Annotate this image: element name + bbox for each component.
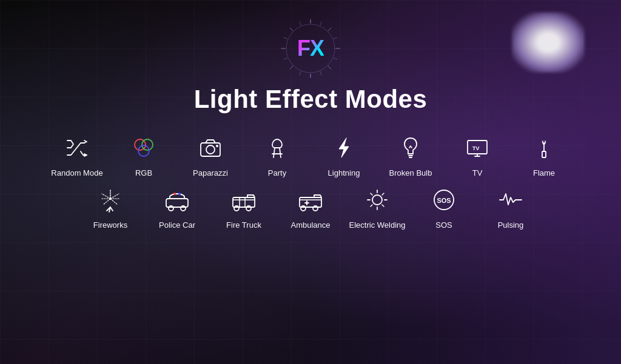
- fireworks-icon: [95, 184, 126, 216]
- svg-line-15: [300, 71, 301, 75]
- svg-line-11: [284, 38, 287, 39]
- svg-line-26: [102, 194, 110, 199]
- random-mode-icon: [61, 132, 93, 164]
- lightning-icon: [328, 132, 360, 164]
- svg-line-10: [320, 22, 321, 25]
- pulsing-icon: [495, 184, 526, 216]
- svg-line-27: [110, 194, 119, 199]
- icon-broken-bulb[interactable]: Broken Bulb: [377, 132, 444, 178]
- lightning-label: Lightning: [328, 168, 360, 178]
- icon-rgb[interactable]: RGB: [110, 132, 177, 178]
- icon-flame[interactable]: Flame: [511, 132, 577, 178]
- svg-line-5: [290, 28, 293, 31]
- flame-label: Flame: [533, 168, 555, 178]
- icon-party[interactable]: Party: [244, 132, 310, 178]
- svg-line-8: [328, 66, 331, 69]
- icon-tv[interactable]: TV TV: [444, 132, 511, 178]
- icons-grid: Random Mode RGB: [0, 132, 621, 230]
- icons-row-2: Fireworks Police Car: [18, 184, 603, 230]
- sos-icon: SOS: [428, 184, 460, 216]
- svg-line-6: [328, 28, 331, 31]
- main-content: FX Light Effect Modes Random Mode: [0, 0, 621, 230]
- svg-line-31: [110, 199, 118, 205]
- svg-line-30: [103, 199, 110, 205]
- icon-police-car[interactable]: Police Car: [144, 184, 210, 230]
- icon-ambulance[interactable]: Ambulance: [277, 184, 344, 230]
- svg-line-7: [290, 66, 293, 69]
- police-car-icon: [161, 184, 193, 216]
- svg-line-14: [334, 58, 337, 59]
- svg-point-21: [206, 145, 215, 154]
- tv-label: TV: [472, 168, 483, 178]
- svg-line-13: [284, 58, 287, 59]
- broken-bulb-label: Broken Bulb: [389, 168, 432, 178]
- svg-text:TV: TV: [472, 145, 480, 151]
- pulsing-label: Pulsing: [498, 220, 524, 230]
- svg-line-53: [371, 193, 372, 195]
- icon-sos[interactable]: SOS SOS: [411, 184, 477, 230]
- svg-rect-25: [542, 151, 546, 157]
- svg-point-32: [109, 197, 112, 200]
- fire-truck-icon: [228, 184, 260, 216]
- svg-line-55: [382, 193, 384, 195]
- svg-line-16: [320, 71, 321, 75]
- party-icon: [261, 132, 293, 164]
- svg-point-48: [372, 195, 382, 205]
- random-mode-label: Random Mode: [51, 168, 102, 178]
- svg-line-56: [371, 205, 372, 207]
- electric-welding-label: Electric Welding: [349, 220, 406, 230]
- icon-fire-truck[interactable]: Fire Truck: [210, 184, 277, 230]
- party-label: Party: [268, 168, 286, 178]
- svg-line-54: [382, 205, 384, 207]
- svg-line-12: [334, 38, 337, 39]
- fire-truck-label: Fire Truck: [226, 220, 261, 230]
- rgb-icon: [128, 132, 159, 164]
- ambulance-icon: [295, 184, 326, 216]
- icon-random-mode[interactable]: Random Mode: [44, 132, 110, 178]
- sos-label: SOS: [435, 220, 452, 230]
- fx-logo: FX: [280, 18, 341, 79]
- svg-rect-37: [178, 193, 181, 195]
- icon-paparazzi[interactable]: Paparazzi: [177, 132, 244, 178]
- flame-icon: [528, 132, 560, 164]
- svg-point-19: [138, 145, 149, 156]
- tv-icon: TV: [462, 132, 493, 164]
- electric-welding-icon: [361, 184, 393, 216]
- police-car-label: Police Car: [159, 220, 195, 230]
- rgb-label: RGB: [135, 168, 152, 178]
- icon-electric-welding[interactable]: Electric Welding: [344, 184, 411, 230]
- icon-fireworks[interactable]: Fireworks: [77, 184, 144, 230]
- page-title: Light Effect Modes: [194, 85, 428, 114]
- icon-lightning[interactable]: Lightning: [310, 132, 377, 178]
- svg-point-22: [216, 145, 218, 147]
- paparazzi-label: Paparazzi: [193, 168, 228, 178]
- icon-pulsing[interactable]: Pulsing: [477, 184, 544, 230]
- fx-logo-text: FX: [297, 36, 324, 61]
- ambulance-label: Ambulance: [290, 220, 330, 230]
- fireworks-label: Fireworks: [93, 220, 127, 230]
- paparazzi-icon: [195, 132, 226, 164]
- svg-text:SOS: SOS: [437, 197, 451, 204]
- svg-line-9: [300, 22, 301, 25]
- svg-point-18: [142, 139, 153, 150]
- icons-row-1: Random Mode RGB: [18, 132, 603, 178]
- broken-bulb-icon: [395, 132, 426, 164]
- svg-rect-36: [173, 193, 176, 195]
